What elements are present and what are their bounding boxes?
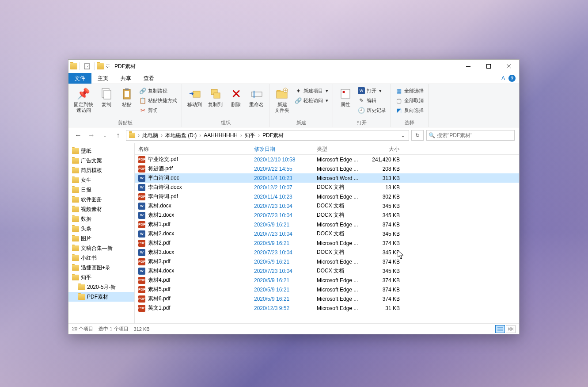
file-list[interactable]: PDF毕业论文.pdf2020/12/10 10:58Microsoft Edg… — [135, 155, 519, 323]
search-box[interactable]: 🔍 — [426, 130, 515, 141]
tree-item[interactable]: 软件图册 — [68, 195, 134, 204]
tree-item[interactable]: 壁纸 — [68, 146, 134, 156]
move-to-button[interactable]: 移动到 — [185, 85, 205, 108]
select-all-icon: ▦ — [395, 87, 402, 94]
view-large-icons-button[interactable] — [506, 325, 516, 333]
file-row[interactable]: W李白诗词.doc2020/11/4 10:23Microsoft Word .… — [135, 173, 519, 183]
breadcrumb-segment[interactable]: PDF素材 — [261, 130, 285, 140]
search-input[interactable] — [437, 132, 512, 138]
file-row[interactable]: W李白诗词.docx2020/12/2 10:07DOCX 文档13 KB — [135, 183, 519, 192]
up-button[interactable]: ↑ — [113, 130, 123, 141]
ribbon-tabs: 文件 主页 共享 查看 ᐱ ? — [68, 73, 519, 84]
file-row[interactable]: PDF素材6.pdf2020/5/9 16:21Microsoft Edge .… — [135, 294, 519, 303]
file-row[interactable]: PDF素材5.pdf2020/5/9 16:21Microsoft Edge .… — [135, 285, 519, 294]
easy-access-button[interactable]: 🔗轻松访问▾ — [293, 96, 330, 105]
tree-item[interactable]: 图片 — [68, 234, 134, 243]
tree-item[interactable]: 视频素材 — [68, 204, 134, 214]
back-button[interactable]: ← — [73, 130, 83, 141]
chevron-right-icon[interactable]: › — [257, 132, 261, 138]
tree-item[interactable]: 数据 — [68, 214, 134, 224]
cut-button[interactable]: ✂剪切 — [137, 105, 179, 115]
tree-item[interactable]: 知乎 — [68, 272, 134, 282]
column-size[interactable]: 大小 — [366, 143, 407, 154]
open-button[interactable]: W打开▾ — [356, 86, 388, 96]
svg-rect-7 — [125, 91, 129, 97]
column-type[interactable]: 类型 — [313, 143, 366, 154]
rename-button[interactable]: 重命名 — [247, 85, 266, 108]
invert-selection-button[interactable]: ◩反向选择 — [394, 105, 425, 115]
view-details-button[interactable] — [495, 325, 505, 333]
new-folder-button[interactable]: 新建 文件夹 — [272, 85, 292, 114]
tree-item[interactable]: PDF素材 — [68, 292, 134, 302]
breadcrumb-root-icon[interactable] — [127, 130, 137, 140]
breadcrumb-segment[interactable]: 本地磁盘 (D:) — [163, 130, 198, 140]
breadcrumb-segment[interactable]: 此电脑 — [140, 130, 160, 140]
breadcrumb-segment[interactable]: 知乎 — [243, 130, 257, 140]
tree-item[interactable]: 头条 — [68, 224, 134, 234]
tab-file[interactable]: 文件 — [68, 73, 91, 84]
forward-button[interactable]: → — [86, 130, 97, 141]
qat-properties-icon[interactable] — [82, 61, 92, 71]
paste-shortcut-button[interactable]: 📋粘贴快捷方式 — [137, 96, 179, 105]
maximize-button[interactable] — [478, 60, 499, 73]
paste-button[interactable]: 粘贴 — [117, 85, 137, 108]
copy-path-button[interactable]: 🔗复制路径 — [137, 86, 179, 96]
tree-item[interactable]: 2020-5月-新 — [68, 282, 134, 292]
tree-item[interactable]: 迅捷画图+录 — [68, 263, 134, 272]
titlebar[interactable]: PDF素材 — [68, 60, 519, 73]
minimize-button[interactable] — [458, 60, 478, 73]
copy-button[interactable]: 复制 — [97, 85, 116, 108]
pin-quick-access-button[interactable]: 📌固定到快 速访问 — [71, 85, 96, 114]
tab-home[interactable]: 主页 — [91, 73, 114, 84]
file-row[interactable]: W素材2.docx2020/7/23 10:04DOCX 文档345 KB — [135, 229, 519, 238]
properties-button[interactable]: 属性 — [336, 85, 355, 108]
file-row[interactable]: PDF毕业论文.pdf2020/12/10 10:58Microsoft Edg… — [135, 155, 519, 164]
tab-view[interactable]: 查看 — [137, 73, 160, 84]
history-button[interactable]: 🕘历史记录 — [356, 105, 388, 115]
breadcrumb[interactable]: › 此电脑›本地磁盘 (D:)›AAHHHHHHH›知乎›PDF素材 ⌄ — [126, 130, 409, 141]
chevron-right-icon[interactable]: › — [160, 132, 163, 138]
chevron-right-icon[interactable]: › — [198, 132, 202, 138]
qat-dropdown-icon[interactable] — [105, 61, 111, 71]
file-row[interactable]: W素材4.docx2020/7/23 10:04DOCX 文档345 KB — [135, 266, 519, 276]
copy-to-button[interactable]: 复制到 — [205, 85, 225, 108]
file-row[interactable]: PDF素材4.pdf2020/5/9 16:21Microsoft Edge .… — [135, 276, 519, 285]
file-row[interactable]: W素材3.docx2020/7/23 10:04DOCX 文档345 KB — [135, 248, 519, 257]
tree-item[interactable]: 女生 — [68, 175, 134, 185]
chevron-right-icon[interactable]: › — [137, 132, 140, 138]
tree-item[interactable]: 日报 — [68, 185, 134, 195]
file-row[interactable]: W素材1.docx2020/7/23 10:04DOCX 文档345 KB — [135, 211, 519, 220]
edit-button[interactable]: ✎编辑 — [356, 96, 388, 105]
tree-item-label: PDF素材 — [87, 293, 108, 301]
new-item-button[interactable]: ✦新建项目▾ — [293, 86, 330, 96]
file-row[interactable]: W素材.docx2020/7/23 10:04DOCX 文档345 KB — [135, 201, 519, 211]
recent-dropdown-icon[interactable]: ⌄ — [99, 130, 110, 141]
file-row[interactable]: PDF李白诗词.pdf2020/11/4 10:23Microsoft Edge… — [135, 192, 519, 201]
breadcrumb-history-icon[interactable]: ⌄ — [398, 130, 408, 140]
tab-share[interactable]: 共享 — [114, 73, 137, 84]
select-none-button[interactable]: ▢全部取消 — [394, 96, 425, 105]
tree-item[interactable]: 文稿合集—新 — [68, 243, 134, 253]
chevron-right-icon[interactable]: › — [239, 132, 243, 138]
file-row[interactable]: PDF素材3.pdf2020/5/9 16:21Microsoft Edge .… — [135, 257, 519, 266]
ribbon-collapse-icon[interactable]: ᐱ — [501, 75, 505, 81]
window-icon[interactable] — [70, 63, 77, 69]
column-name[interactable]: 名称 — [135, 143, 250, 154]
tree-item[interactable]: 简历模板 — [68, 165, 134, 175]
tree-item[interactable]: 广告文案 — [68, 156, 134, 165]
status-count: 20 个项目 — [72, 326, 93, 332]
qat-folder-icon[interactable] — [97, 63, 104, 69]
file-row[interactable]: PDF英文1.pdf2020/12/3 9:52Microsoft Edge .… — [135, 303, 519, 313]
help-icon[interactable]: ? — [508, 75, 516, 82]
breadcrumb-segment[interactable]: AAHHHHHHH — [202, 130, 239, 140]
file-row[interactable]: PDF素材1.pdf2020/5/9 16:21Microsoft Edge .… — [135, 220, 519, 229]
file-row[interactable]: PDF将进酒.pdf2020/9/22 14:55Microsoft Edge … — [135, 164, 519, 173]
tree-item[interactable]: 小红书 — [68, 253, 134, 263]
column-date[interactable]: 修改日期 — [250, 143, 313, 154]
delete-button[interactable]: ✕删除 — [226, 85, 246, 108]
close-button[interactable] — [499, 60, 519, 73]
refresh-button[interactable]: ↻ — [411, 130, 424, 141]
navigation-pane[interactable]: 壁纸广告文案简历模板女生日报软件图册视频素材数据头条图片文稿合集—新小红书迅捷画… — [68, 143, 135, 323]
file-row[interactable]: PDF素材2.pdf2020/5/9 16:21Microsoft Edge .… — [135, 238, 519, 248]
select-all-button[interactable]: ▦全部选择 — [394, 86, 425, 96]
